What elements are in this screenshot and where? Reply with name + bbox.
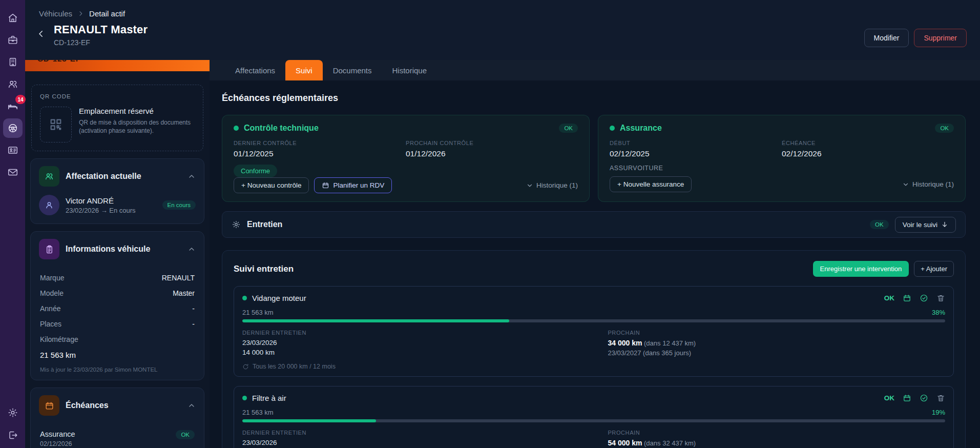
section-title: Échéances réglementaires [222,93,966,104]
building-icon [7,56,18,68]
chevron-down-icon [526,182,533,189]
insurance-start-label: DÉBUT [610,140,782,146]
tab-documents[interactable]: Documents [323,60,382,80]
last-maintenance-km: 14 000 km [242,349,608,356]
qr-code-icon [49,117,63,132]
calendar-icon[interactable] [903,294,911,302]
briefcase-icon [7,34,18,46]
tab-affectations[interactable]: Affectations [225,60,285,80]
deadlines-title: Échéances [66,401,109,410]
status-dot [242,296,247,300]
sidebar-item-team[interactable] [3,74,23,94]
breadcrumb-root[interactable]: Véhicules [39,9,72,18]
chevron-down-icon [902,181,909,188]
add-maintenance-button[interactable]: + Ajouter [914,261,954,277]
chevron-right-icon [77,10,84,17]
next-maintenance-km-note: (dans 32 437 km) [644,439,696,447]
view-maintenance-button[interactable]: Voir le suivi [895,217,956,233]
last-maintenance-label: DERNIER ENTRETIEN [242,330,608,336]
mail-icon [7,167,18,178]
sidebar-item-idcard[interactable] [3,140,23,160]
technical-control-history[interactable]: Historique (1) [526,181,578,189]
technical-control-card: Contrôle technique OK DERNIER CONTRÔLE 0… [222,115,590,202]
schedule-appointment-label: Planifier un RDV [333,181,384,189]
modify-button[interactable]: Modifier [864,29,909,47]
check-circle-icon[interactable] [920,294,928,302]
next-maintenance-label: PROCHAIN [608,330,696,336]
status-dot [610,126,615,131]
sidebar-item-fleet[interactable] [3,118,23,138]
insurance-provider: ASSURVOITURE [610,165,954,172]
info-row-kilometrage: Kilométrage [40,335,195,343]
schedule-appointment-button[interactable]: Planifier un RDV [314,177,392,193]
license-plate-banner: CD-123-EF [25,60,210,71]
sidebar-item-building[interactable] [3,52,23,72]
qr-card-label: QR CODE [40,93,195,99]
current-km: 21 563 km [242,409,274,416]
progress-percent: 38% [932,309,945,316]
insurance-title: Assurance [620,124,662,133]
breadcrumb: Véhicules Detail actif [25,0,980,18]
sidebar-item-settings[interactable] [3,403,23,422]
notification-badge: 14 [15,95,25,104]
trash-icon[interactable] [936,394,945,402]
assignee-name: Victor ANDRÉ [66,196,136,205]
calendar-icon [322,181,329,189]
calendar-icon [39,395,59,416]
license-plate-text: CD-123-EF [37,60,81,63]
sidebar-item-logout[interactable] [3,425,23,445]
chevron-up-icon[interactable] [187,401,196,410]
info-value: RENAULT [162,274,195,282]
sidebar-item-home[interactable] [3,8,23,28]
info-row-modele: Modele Master [40,289,195,297]
qr-placeholder [40,107,72,142]
app-root: 14 Véhicules Detail actif [0,0,980,448]
calendar-icon[interactable] [903,394,911,402]
info-label: Marque [40,274,64,282]
trash-icon[interactable] [936,294,945,302]
status-dot [242,396,247,400]
new-insurance-button[interactable]: + Nouvelle assurance [610,176,692,192]
next-maintenance-date: 23/03/2027 (dans 365 jours) [608,349,696,357]
vehicle-info-title: Informations véhicule [66,245,150,254]
maintenance-item-filtre: Filtre à air OK 21 563 km 19% [234,386,954,448]
back-button[interactable] [33,26,49,42]
maintenance-panel: Suivi entretien Enregistrer une interven… [222,250,966,448]
delete-button[interactable]: Supprimer [914,29,967,47]
check-circle-icon[interactable] [920,394,928,402]
main-content: Affectations Suivi Documents Historique … [210,60,980,448]
info-label: Places [40,320,61,328]
deadlines-card: Échéances Assurance 02/12/2026 OK [30,388,204,448]
steering-wheel-icon [7,123,18,134]
chevron-up-icon[interactable] [187,245,196,253]
home-icon [7,12,18,24]
maintenance-item-vidange: Vidange moteur OK 21 563 km 3 [234,286,954,377]
tab-historique[interactable]: Historique [382,60,437,80]
history-label: Historique (1) [536,181,578,189]
tab-suivi[interactable]: Suivi [285,60,323,80]
sidebar-item-briefcase[interactable] [3,30,23,50]
sidebar: 14 [0,0,25,448]
mileage-value: 21 563 km [40,351,195,359]
new-control-button[interactable]: + Nouveau contrôle [234,177,309,193]
assignment-row[interactable]: Victor ANDRÉ 23/02/2026 → En cours En co… [31,194,204,223]
last-control-value: 01/12/2025 [234,149,406,158]
view-maintenance-label: Voir le suivi [903,221,937,229]
maintenance-panel-title: Suivi entretien [234,264,294,274]
technical-control-status: OK [559,124,578,133]
insurance-start-value: 02/12/2025 [610,149,782,158]
maintenance-summary-bar: Entretien OK Voir le suivi [222,211,966,238]
sidebar-item-rooms[interactable]: 14 [3,96,23,116]
page-header: Véhicules Detail actif RENAULT Master CD… [25,0,980,60]
chevron-up-icon[interactable] [187,172,196,180]
page-subtitle: CD-123-EF [54,38,148,47]
insurance-end-value: 02/12/2026 [782,149,954,158]
deadline-label: Assurance [40,430,75,438]
insurance-history[interactable]: Historique (1) [902,180,954,188]
vehicle-side-panel: CD-123-EF QR CODE Emplacement réservé QR… [25,60,210,448]
deadline-row-assurance: Assurance 02/12/2026 OK [40,430,195,447]
sidebar-item-mail[interactable] [3,162,23,182]
info-row-annee: Année - [40,304,195,313]
record-intervention-button[interactable]: Enregistrer une intervention [813,261,909,277]
insurance-end-label: ÉCHÉANCE [782,140,954,146]
